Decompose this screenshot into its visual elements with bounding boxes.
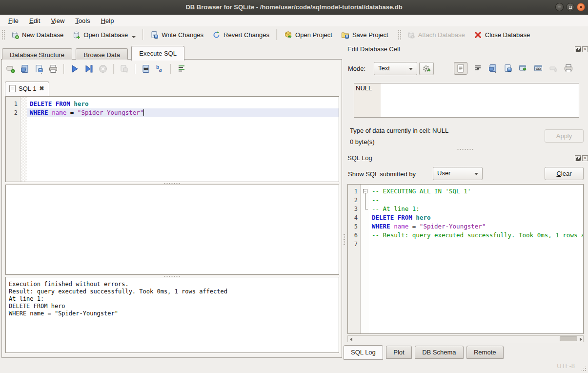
clear-log-button[interactable]: Clear — [545, 167, 584, 180]
attach-database-label: Attach Database — [418, 31, 465, 39]
attach-database-button: Attach Database — [403, 29, 469, 41]
word-wrap-cell-icon[interactable] — [473, 63, 483, 73]
copy-url-icon[interactable] — [533, 63, 543, 73]
open-database-button[interactable]: Open Database — [68, 29, 140, 41]
edit-cell-close-icon[interactable]: × — [582, 46, 588, 52]
attach-database-icon — [407, 31, 415, 39]
sql-tab-close-icon[interactable]: ✖ — [39, 85, 44, 92]
editor-results-splitter[interactable] — [163, 182, 180, 184]
new-database-button[interactable]: New Database — [6, 29, 68, 41]
results-grid[interactable] — [5, 185, 339, 275]
execution-output-text: Execution finished without errors.Result… — [6, 277, 339, 352]
toolbar-drag-handle[interactable] — [1, 29, 5, 40]
open-sql-file-icon[interactable] — [20, 64, 30, 74]
toolbar-drag-handle[interactable] — [398, 29, 401, 40]
open-in-external-icon[interactable] — [518, 63, 528, 73]
main-tabbar: Database Structure Browse Data Execute S… — [1, 45, 343, 60]
execute-all-icon[interactable] — [70, 64, 80, 74]
print-cell-icon[interactable] — [564, 63, 573, 73]
scroll-left-icon[interactable] — [348, 336, 354, 342]
execute-sql-panel: b a SQL 1 ✖ 12 DELETE FROM heroWHERE nam… — [1, 60, 342, 358]
word-wrap-icon[interactable] — [177, 64, 186, 74]
window-title: DB Browser for SQLite - /home/user/code/… — [0, 0, 588, 14]
chevron-down-icon — [474, 173, 478, 175]
resize-grip[interactable] — [581, 366, 587, 372]
open-project-icon — [284, 31, 292, 39]
menu-tools[interactable]: Tools — [70, 16, 95, 26]
sql-log-close-icon[interactable]: × — [582, 155, 588, 161]
stop-execution-icon — [98, 64, 108, 74]
menu-view[interactable]: View — [45, 16, 70, 26]
encoding-indicator[interactable]: UTF-8 — [557, 362, 575, 370]
editor-code[interactable]: DELETE FROM heroWHERE name = "Spider-You… — [27, 97, 339, 182]
import-cell-data-icon[interactable] — [488, 63, 498, 73]
find-replace-icon[interactable] — [141, 64, 151, 74]
cell-mode-value: Text — [378, 64, 390, 72]
maximize-icon — [569, 6, 572, 9]
scrollbar-thumb[interactable] — [560, 336, 577, 341]
statusbar: UTF-8 — [0, 359, 588, 373]
fold-collapse-icon[interactable] — [363, 189, 367, 193]
close-database-button[interactable]: Close Database — [469, 29, 535, 41]
sql-log-filter-label: Show SQL submitted by — [348, 170, 416, 178]
cell-size-info: 0 byte(s) — [350, 138, 375, 145]
cell-value-text: NULL — [356, 84, 372, 92]
editor-line-numbers: 12 — [6, 97, 20, 182]
cell-value-editor[interactable]: NULL — [354, 83, 579, 118]
maximize-button[interactable] — [566, 3, 574, 11]
revert-changes-label: Revert Changes — [223, 31, 269, 39]
panel-splitter[interactable] — [342, 43, 346, 359]
tab-execute-sql[interactable]: Execute SQL — [131, 46, 184, 61]
app-window: DB Browser for SQLite - /home/user/code/… — [0, 0, 588, 373]
sql-log-view[interactable]: 1234567 -- EXECUTING ALL IN 'SQL 1'---- … — [347, 184, 584, 334]
open-database-dropdown-caret[interactable] — [132, 36, 136, 38]
sql-file-tab[interactable]: SQL 1 ✖ — [5, 82, 49, 96]
apply-format-button[interactable] — [419, 62, 434, 75]
save-results-icon — [120, 64, 129, 74]
print-sql-icon[interactable] — [48, 64, 58, 74]
save-sql-file-icon[interactable] — [34, 64, 44, 74]
dock-tab-sql-log[interactable]: SQL Log — [344, 345, 383, 360]
sql-file-tab-label: SQL 1 — [19, 85, 36, 92]
menu-edit[interactable]: Edit — [24, 16, 45, 26]
apply-button: Apply — [545, 129, 584, 143]
edit-cell-float-icon[interactable] — [575, 46, 581, 52]
sql-toolbar-separator — [135, 64, 136, 74]
dock-tab-remote[interactable]: Remote — [466, 346, 504, 359]
menu-file[interactable]: File — [3, 16, 24, 26]
write-changes-icon — [150, 31, 159, 39]
execute-line-icon[interactable] — [84, 64, 94, 74]
log-horizontal-scrollbar[interactable] — [347, 335, 584, 342]
sql-toolbar-separator — [63, 64, 64, 74]
menu-help[interactable]: Help — [96, 16, 120, 26]
gear-icon — [422, 64, 431, 73]
auto-format-icon[interactable]: b a — [155, 64, 165, 74]
write-changes-button[interactable]: Write Changes — [146, 29, 208, 41]
close-button[interactable]: × — [577, 3, 585, 11]
sql-log-filter-select[interactable]: User — [433, 167, 483, 180]
dock-tab-plot[interactable]: Plot — [386, 346, 411, 359]
open-project-label: Open Project — [295, 31, 332, 39]
scroll-right-icon[interactable] — [577, 336, 583, 342]
dock-tab-db-schema[interactable]: DB Schema — [415, 346, 463, 359]
set-null-icon — [548, 63, 558, 73]
export-cell-data-icon[interactable] — [503, 63, 513, 73]
sql-editor[interactable]: 12 DELETE FROM heroWHERE name = "Spider-… — [5, 96, 339, 182]
new-sql-tab-icon[interactable] — [6, 64, 16, 74]
svg-text:a: a — [159, 67, 162, 73]
save-project-button[interactable]: Save Project — [337, 29, 393, 41]
text-mode-toggle[interactable] — [454, 62, 467, 75]
sql-log-float-icon[interactable] — [575, 155, 581, 161]
dock-splitter[interactable] — [457, 148, 473, 150]
open-database-label: Open Database — [83, 31, 128, 39]
execution-output-pane[interactable]: Execution finished without errors.Result… — [5, 277, 339, 353]
open-project-button[interactable]: Open Project — [280, 29, 337, 41]
revert-changes-button[interactable]: Revert Changes — [208, 29, 274, 41]
log-code: -- EXECUTING ALL IN 'SQL 1'---- At line … — [369, 185, 583, 333]
write-changes-label: Write Changes — [162, 31, 203, 39]
minimize-button[interactable]: − — [555, 3, 564, 11]
main-toolbar: New Database Open Database Write Changes — [0, 26, 588, 43]
cell-mode-select[interactable]: Text — [374, 62, 417, 75]
chevron-down-icon — [409, 68, 413, 70]
editor-fold-margin — [21, 97, 27, 182]
